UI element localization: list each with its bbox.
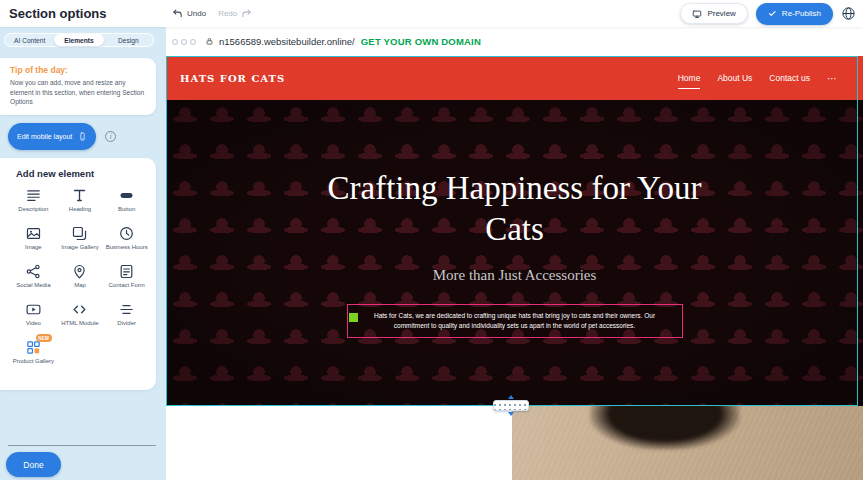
sidebar-divider bbox=[8, 445, 156, 446]
element-divider[interactable]: Divider bbox=[103, 301, 150, 334]
tab-ai-content[interactable]: AI Content bbox=[5, 34, 54, 46]
preview-label: Preview bbox=[707, 9, 735, 18]
hero-paragraph-box[interactable]: Hats for Cats, we are dedicated to craft… bbox=[347, 304, 683, 338]
tip-heading: Tip of the day: bbox=[10, 65, 146, 75]
element-label: Button bbox=[118, 206, 135, 214]
cat-silhouette bbox=[590, 406, 740, 450]
hero-subtitle[interactable]: More than Just Accessories bbox=[433, 267, 597, 284]
editor-canvas: n1566589.websitebuilder.online/ GET YOUR… bbox=[166, 27, 863, 480]
element-heading[interactable]: Heading bbox=[57, 187, 104, 220]
element-button[interactable]: Button bbox=[103, 187, 150, 220]
element-label: Image bbox=[25, 244, 42, 252]
top-bar: Section options Undo Redo Preview Re-Pub… bbox=[0, 0, 863, 27]
site-preview: HATS FOR CATS Home About Us Contact us ⋯… bbox=[166, 56, 863, 406]
cat-photo bbox=[512, 406, 863, 480]
resize-up-arrow-icon bbox=[508, 395, 514, 399]
undo-button[interactable]: Undo bbox=[172, 8, 206, 19]
nav-contact-us[interactable]: Contact us bbox=[769, 73, 810, 83]
hero-section[interactable]: Crafting Happiness for Your Cats More th… bbox=[166, 100, 863, 406]
section-resize-handle[interactable] bbox=[492, 395, 530, 416]
code-icon bbox=[71, 301, 88, 318]
undo-label: Undo bbox=[187, 9, 206, 18]
hero-paragraph: Hats for Cats, we are dedicated to craft… bbox=[357, 311, 673, 331]
element-html-module[interactable]: HTML Module bbox=[57, 301, 104, 334]
browser-bar: n1566589.websitebuilder.online/ GET YOUR… bbox=[166, 27, 863, 56]
clock-icon bbox=[118, 225, 135, 242]
element-image[interactable]: Image bbox=[10, 225, 57, 258]
heading-icon bbox=[71, 187, 88, 204]
redo-label: Redo bbox=[218, 9, 237, 18]
edit-mobile-layout-button[interactable]: Edit mobile layout bbox=[8, 123, 96, 150]
next-section bbox=[166, 406, 863, 480]
nav-home[interactable]: Home bbox=[678, 73, 701, 83]
site-url[interactable]: n1566589.websitebuilder.online/ bbox=[219, 36, 355, 47]
element-label: Description bbox=[18, 206, 48, 214]
site-nav: Home About Us Contact us ⋯ bbox=[678, 73, 837, 84]
element-label: Social Media bbox=[16, 282, 50, 290]
sidebar: AI Content Elements Design Tip of the da… bbox=[0, 27, 166, 480]
element-map[interactable]: Map bbox=[57, 263, 104, 296]
resize-down-arrow-icon bbox=[508, 412, 514, 416]
redo-icon bbox=[241, 8, 252, 19]
redo-button[interactable]: Redo bbox=[218, 8, 252, 19]
image-icon bbox=[25, 225, 42, 242]
preview-button[interactable]: Preview bbox=[680, 3, 747, 24]
website-builder-app: Section options Undo Redo Preview Re-Pub… bbox=[0, 0, 863, 480]
element-product-gallery[interactable]: NEW Product Gallery bbox=[10, 339, 57, 372]
tab-elements[interactable]: Elements bbox=[54, 34, 103, 46]
resize-grip-icon bbox=[493, 400, 529, 411]
hero-title[interactable]: Crafting Happiness for Your Cats bbox=[305, 168, 725, 251]
element-grid: Description Heading Button Image Image G bbox=[10, 187, 150, 372]
globe-icon[interactable] bbox=[841, 6, 856, 21]
get-domain-link[interactable]: GET YOUR OWN DOMAIN bbox=[361, 36, 481, 47]
divider-icon bbox=[118, 301, 135, 318]
more-icon[interactable]: ⋯ bbox=[827, 73, 837, 84]
form-icon bbox=[118, 263, 135, 280]
tip-of-the-day-card: Tip of the day: Now you can add, move an… bbox=[0, 58, 156, 115]
add-element-panel: Add new element Description Heading Butt… bbox=[0, 158, 156, 390]
video-icon bbox=[25, 301, 42, 318]
element-label: Product Gallery bbox=[13, 358, 54, 366]
element-business-hours[interactable]: Business Hours bbox=[103, 225, 150, 258]
mobile-layout-row: Edit mobile layout bbox=[8, 123, 116, 150]
element-label: Business Hours bbox=[106, 244, 148, 252]
element-contact-form[interactable]: Contact Form bbox=[103, 263, 150, 296]
element-social-media[interactable]: Social Media bbox=[10, 263, 57, 296]
republish-button[interactable]: Re-Publish bbox=[756, 3, 833, 25]
top-bar-actions: Preview Re-Publish bbox=[680, 0, 856, 27]
element-drag-handle[interactable] bbox=[349, 313, 358, 322]
element-label: HTML Module bbox=[61, 320, 98, 328]
phone-icon bbox=[78, 130, 87, 143]
element-label: Image Gallery bbox=[61, 244, 98, 252]
element-image-gallery[interactable]: Image Gallery bbox=[57, 225, 104, 258]
undo-icon bbox=[172, 8, 183, 19]
page-title: Section options bbox=[9, 6, 107, 21]
sidebar-tabs: AI Content Elements Design bbox=[4, 33, 154, 47]
product-gallery-icon: NEW bbox=[25, 339, 42, 356]
republish-label: Re-Publish bbox=[782, 9, 821, 18]
tip-body: Now you can add, move and resize any ele… bbox=[10, 78, 146, 107]
map-pin-icon bbox=[71, 263, 88, 280]
add-element-title: Add new element bbox=[16, 168, 150, 179]
image-gallery-icon bbox=[71, 225, 88, 242]
window-dots bbox=[172, 39, 196, 45]
element-description[interactable]: Description bbox=[10, 187, 57, 220]
check-icon bbox=[768, 9, 777, 18]
site-header: HATS FOR CATS Home About Us Contact us ⋯ bbox=[166, 56, 863, 100]
done-button[interactable]: Done bbox=[6, 452, 61, 477]
element-label: Video bbox=[26, 320, 41, 328]
nav-about-us[interactable]: About Us bbox=[717, 73, 752, 83]
info-icon[interactable] bbox=[105, 131, 116, 142]
element-video[interactable]: Video bbox=[10, 301, 57, 334]
button-icon bbox=[118, 187, 135, 204]
element-label: Divider bbox=[117, 320, 136, 328]
new-badge: NEW bbox=[36, 334, 52, 342]
monitor-icon bbox=[692, 9, 702, 19]
edit-mobile-layout-label: Edit mobile layout bbox=[17, 133, 72, 140]
site-logo[interactable]: HATS FOR CATS bbox=[180, 73, 285, 84]
tab-design[interactable]: Design bbox=[104, 34, 153, 46]
element-label: Map bbox=[74, 282, 86, 290]
text-lines-icon bbox=[25, 187, 42, 204]
next-section-blank bbox=[166, 406, 512, 480]
history-controls: Undo Redo bbox=[172, 0, 252, 27]
